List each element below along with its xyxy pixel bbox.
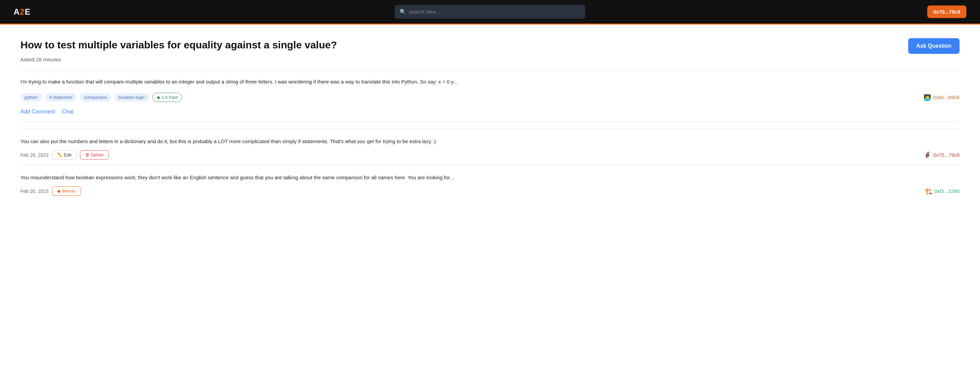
tag-boolean-logic[interactable]: boolean-logic (115, 93, 149, 102)
search-icon: 🔍 (399, 8, 406, 15)
search-container: 🔍 (395, 5, 585, 19)
trash-icon: 🗑 (85, 152, 89, 157)
header: A2E 🔍 0x70...79c8 (0, 0, 980, 24)
logo: A2E (14, 7, 30, 17)
answer-footer-2: Feb 26, 2023 ◆ Winner 🏗️ 0xf3...2266 (21, 186, 959, 196)
divider-2 (21, 122, 959, 122)
winner-label: Winner (62, 189, 76, 193)
logo-e: E (25, 7, 30, 16)
logo-2: 2 (20, 7, 24, 16)
answer-body-2: You misunderstand how boolean expression… (21, 173, 959, 182)
tag-python[interactable]: python (21, 93, 42, 102)
tags-row: python if-statement comparison boolean-l… (21, 93, 959, 102)
asked-time: Asked 28 minutes (21, 57, 959, 62)
answer-item-1: You can also put the numbers and letters… (21, 129, 959, 165)
actions-row: Add Comment Chat (21, 109, 959, 115)
answer-item-2: You misunderstand how boolean expression… (21, 165, 959, 201)
eth-icon: ◆ (157, 95, 160, 100)
question-author: 🧑‍💻 0x90...b906 (924, 94, 959, 101)
paid-amount: 1.6 Paid (162, 95, 178, 100)
add-comment-button[interactable]: Add Comment (21, 109, 55, 115)
delete-label-1: Delete (91, 152, 104, 157)
author-address: 0x90...b906 (933, 94, 959, 100)
eth-winner-icon: ◆ (57, 189, 60, 193)
pencil-icon: ✏️ (57, 152, 63, 157)
answer-footer-1: Feb 26, 2023 ✏️ Edit 🗑 Delete 🦸 0x70...7… (21, 150, 959, 160)
tag-comparison[interactable]: comparison (80, 93, 111, 102)
author-address-2: 0xf3...2266 (934, 188, 959, 194)
tag-if-statement[interactable]: if-statement (45, 93, 76, 102)
question-body: I'm trying to make a function that will … (21, 78, 959, 86)
search-input[interactable] (395, 5, 585, 19)
main-content: How to test multiple variables for equal… (0, 24, 980, 379)
ask-question-button[interactable]: Ask Question (908, 38, 959, 54)
divider-1 (21, 70, 959, 71)
chat-button[interactable]: Chat (62, 109, 73, 115)
edit-button-1[interactable]: ✏️ Edit (52, 150, 76, 160)
author-avatar-icon: 🧑‍💻 (924, 94, 931, 101)
author-avatar-1: 🦸 (924, 151, 931, 159)
answer-author-1: 🦸 0x70...79c8 (924, 151, 959, 159)
logo-a: A (14, 7, 20, 16)
answer-date-1: Feb 26, 2023 (21, 152, 49, 158)
edit-label-1: Edit (64, 152, 72, 157)
question-header: How to test multiple variables for equal… (21, 38, 959, 54)
delete-button-1[interactable]: 🗑 Delete (80, 150, 109, 160)
paid-tag: ◆ 1.6 Paid (153, 93, 182, 102)
author-avatar-2: 🏗️ (925, 187, 932, 195)
winner-button-1[interactable]: ◆ Winner (52, 186, 81, 196)
answer-date-2: Feb 26, 2023 (21, 189, 49, 194)
answer-author-2: 🏗️ 0xf3...2266 (925, 187, 959, 195)
answer-body-1: You can also put the numbers and letters… (21, 138, 959, 146)
question-title: How to test multiple variables for equal… (21, 38, 337, 51)
author-address-1: 0x70...79c8 (933, 152, 959, 158)
wallet-button[interactable]: 0x70...79c8 (927, 5, 966, 18)
